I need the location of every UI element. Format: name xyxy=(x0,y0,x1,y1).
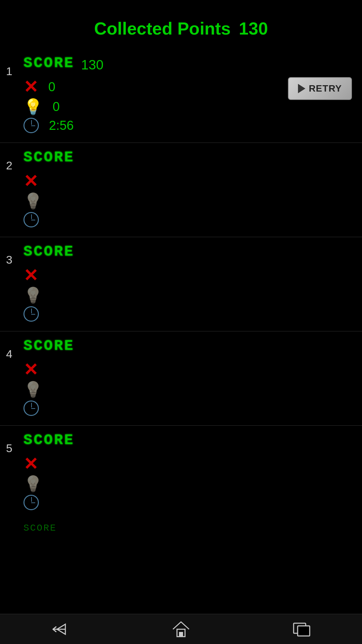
score-value-1: 130 xyxy=(81,57,104,72)
score-label-2: SCORE xyxy=(23,149,74,166)
header: Collected Points 130 xyxy=(0,0,362,49)
row-number-4: 4 xyxy=(0,337,20,419)
row-number-2: 2 xyxy=(0,149,20,231)
score-label-3: SCORE xyxy=(23,243,74,260)
time-value-1: 2:56 xyxy=(49,118,74,133)
bulb-icon-5: 💡 xyxy=(23,476,43,491)
clock-icon-4 xyxy=(23,400,39,416)
mistakes-row-2: ✕ xyxy=(23,172,362,190)
mistakes-row-5: ✕ xyxy=(23,455,362,473)
home-icon xyxy=(172,620,190,639)
header-points: 130 xyxy=(239,19,268,38)
row-content-2: SCORE ✕ 💡 xyxy=(20,149,362,231)
hints-row-5: 💡 xyxy=(23,476,362,491)
mistakes-row-4: ✕ xyxy=(23,361,362,378)
back-button[interactable] xyxy=(40,619,80,639)
score-label-5: SCORE xyxy=(23,432,74,448)
bulb-icon-4: 💡 xyxy=(23,382,43,397)
hints-row-2: 💡 xyxy=(23,193,362,209)
clock-icon-3 xyxy=(23,306,39,322)
time-row-4 xyxy=(23,400,362,416)
x-icon-5: ✕ xyxy=(23,455,38,473)
row-5: 5 SCORE ✕ 💡 xyxy=(0,425,362,520)
score-row-1: SCORE 130 xyxy=(23,55,362,75)
score-row-3: SCORE xyxy=(23,243,362,263)
hints-value-1: 0 xyxy=(53,100,60,114)
play-icon xyxy=(298,84,305,93)
score-row-4: SCORE xyxy=(23,337,362,358)
row-number-5: 5 xyxy=(0,432,20,514)
row-3: 3 SCORE ✕ 💡 xyxy=(0,237,362,331)
mistakes-row-3: ✕ xyxy=(23,267,362,284)
clock-icon-1 xyxy=(23,118,39,133)
score-row-2: SCORE xyxy=(23,149,362,169)
row-4: 4 SCORE ✕ 💡 xyxy=(0,331,362,425)
svg-rect-5 xyxy=(298,626,310,636)
bulb-icon-2: 💡 xyxy=(23,193,43,209)
partial-row: SCORE xyxy=(0,520,362,533)
recent-icon xyxy=(292,620,311,639)
recent-button[interactable] xyxy=(282,619,322,639)
bulb-icon-3: 💡 xyxy=(23,287,43,303)
row-content-5: SCORE ✕ 💡 xyxy=(20,432,362,514)
mistakes-value-1: 0 xyxy=(48,80,55,94)
row-content-4: SCORE ✕ 💡 xyxy=(20,337,362,419)
x-icon-4: ✕ xyxy=(23,361,38,378)
score-label-1: SCORE xyxy=(23,55,74,71)
row-number-1: 1 xyxy=(0,55,20,137)
x-icon-3: ✕ xyxy=(23,267,38,284)
back-icon xyxy=(50,623,70,636)
x-icon-2: ✕ xyxy=(23,172,38,190)
hints-row-3: 💡 xyxy=(23,287,362,303)
clock-icon-5 xyxy=(23,495,39,510)
row-content-3: SCORE ✕ 💡 xyxy=(20,243,362,325)
header-title: Collected Points xyxy=(94,19,231,38)
bulb-icon-1: 💡 xyxy=(23,99,43,114)
time-row-2 xyxy=(23,212,362,227)
time-row-3 xyxy=(23,306,362,322)
clock-icon-2 xyxy=(23,212,39,227)
hints-row-4: 💡 xyxy=(23,382,362,397)
time-row-5 xyxy=(23,495,362,510)
row-2: 2 SCORE ✕ 💡 xyxy=(0,143,362,237)
score-label-4: SCORE xyxy=(23,337,74,354)
time-row-1: 2:56 xyxy=(23,118,362,133)
retry-label: RETRY xyxy=(309,83,342,94)
score-row-5: SCORE xyxy=(23,432,362,452)
home-button[interactable] xyxy=(161,619,201,639)
x-icon-1: ✕ xyxy=(23,78,38,96)
hints-row-1: 💡 0 xyxy=(23,99,362,114)
retry-button[interactable]: RETRY xyxy=(288,77,352,100)
svg-rect-3 xyxy=(179,632,183,637)
nav-bar xyxy=(0,614,362,644)
row-number-3: 3 xyxy=(0,243,20,325)
